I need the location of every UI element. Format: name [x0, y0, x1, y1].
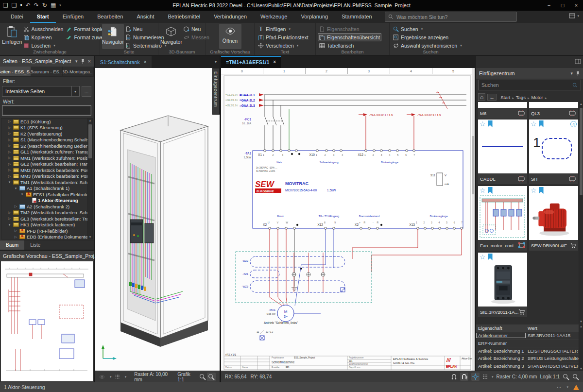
- zoom-window-icon[interactable]: [572, 374, 579, 380]
- card-fan-motor[interactable]: Fan_motor_cont...: [478, 240, 527, 251]
- pages-panel-tab[interactable]: Seiten - ESS_S...: [0, 67, 31, 76]
- search-button[interactable]: Suchen▾: [392, 25, 463, 33]
- status-dots-icon[interactable]: ▪ ▪: [557, 385, 561, 390]
- close-button[interactable]: ×: [569, 0, 583, 11]
- tab-close-icon[interactable]: ×: [273, 59, 276, 65]
- expand-arrow-icon[interactable]: [7, 168, 12, 172]
- tree-item[interactable]: EC1 (Kühlung): [1, 119, 92, 125]
- new-page-icon[interactable]: ❏: [3, 0, 8, 11]
- back-icon[interactable]: ←: [487, 94, 497, 101]
- tree-item[interactable]: MM3 (Werkstück bearbeiten: Posit...: [1, 173, 92, 180]
- scrollbar-thumb[interactable]: [88, 124, 92, 158]
- path-function-text-button[interactable]: |T| Pfad-Funktionstext: [257, 33, 310, 41]
- tree-item[interactable]: 1 Aktor-Steuerung: [1, 198, 92, 204]
- properties-scrollbar[interactable]: ▲ ▼: [579, 324, 583, 371]
- preview-panel-header[interactable]: Grafische Vorschau - ESS_Sample_Proj... …: [0, 251, 94, 261]
- scroll-down-icon[interactable]: ▼: [579, 320, 583, 323]
- tree-item[interactable]: PFB (RI-Fließbilder): [1, 228, 92, 234]
- card-sh[interactable]: SH: [529, 173, 578, 184]
- pages-panel-tab[interactable]: 3D-Montagea...: [63, 67, 94, 76]
- panel-options-icon[interactable]: [575, 58, 581, 65]
- expand-arrow-icon[interactable]: [7, 223, 12, 227]
- property-row[interactable]: Artikel: Bezeichnung 3 STANDARDSCHALTVER…: [476, 362, 579, 370]
- property-row[interactable]: ERP-Nummer: [476, 340, 579, 347]
- expand-arrow-icon[interactable]: [7, 217, 12, 221]
- tree-item[interactable]: GL2 (Werkstück bearbeiten: Trans...: [1, 161, 92, 168]
- ribbon-tab[interactable]: Vorplanung: [294, 11, 335, 23]
- zoom-window-icon[interactable]: [208, 374, 215, 380]
- favorite-star-icon[interactable]: ☆: [480, 253, 486, 261]
- home-icon[interactable]: ⌂: [478, 93, 485, 101]
- expand-arrow-icon[interactable]: [14, 235, 18, 239]
- sync-selection-button[interactable]: Auswahl synchronisieren▾: [392, 41, 463, 50]
- expand-arrow-icon[interactable]: [7, 162, 12, 166]
- tree-item[interactable]: TM1 (Werkstück bearbeiten: Schle...: [1, 179, 92, 186]
- pages-panel-header[interactable]: Seiten - ESS_Sample_Project ▾ ×: [0, 56, 94, 67]
- scrollbar-thumb[interactable]: [580, 108, 583, 195]
- tell-me-input[interactable]: [396, 14, 508, 20]
- property-row[interactable]: Artikel: Bezeichnung 2 SIRIUS Leistungss…: [476, 355, 579, 362]
- copy-page-icon[interactable]: ❏: [12, 0, 17, 11]
- restore-button[interactable]: □: [556, 0, 569, 11]
- properties-overview-button[interactable]: Eigenschaftenübersicht: [318, 33, 381, 41]
- redo-icon[interactable]: ↷: [34, 0, 39, 11]
- ribbon-tab[interactable]: Verbindungen: [207, 11, 254, 23]
- bookmark-icon[interactable]: [488, 254, 493, 260]
- insert-center-side-tab[interactable]: Einfügezentrum: [212, 68, 220, 115]
- expand-arrow-icon[interactable]: [7, 156, 12, 160]
- visibility-caret-icon[interactable]: ▾: [110, 375, 112, 379]
- space3d-navigator-button[interactable]: Navigator: [160, 24, 182, 49]
- qat-options-caret-icon[interactable]: ▾: [59, 0, 61, 11]
- tree-item[interactable]: EDB (Erläuternde Dokumente): [1, 234, 92, 240]
- tab-schematic-page[interactable]: =TM1+A1&EFS1/1×: [221, 56, 281, 68]
- pin-icon[interactable]: [576, 71, 580, 76]
- value-input[interactable]: [2, 105, 91, 116]
- scroll-down-icon[interactable]: ▼: [579, 367, 583, 370]
- breadcrumb-item[interactable]: Tags: [516, 95, 532, 100]
- card-thumb-m6[interactable]: [478, 102, 527, 108]
- panel-dropdown-icon[interactable]: ▾: [75, 59, 78, 64]
- page-navigator-button[interactable]: Navigator: [102, 24, 124, 49]
- expand-arrow-icon[interactable]: [14, 187, 18, 190]
- favorite-star-icon[interactable]: ☆: [480, 120, 486, 128]
- card-thumb-ql3[interactable]: [529, 102, 578, 108]
- tree-item[interactable]: HK1 (Werkstück lackieren): [1, 222, 92, 228]
- favorite-star-icon[interactable]: ☆: [480, 187, 486, 194]
- bookmark-icon[interactable]: [488, 187, 493, 194]
- insert-center-header[interactable]: Einfügezentrum ▾: [476, 68, 583, 79]
- card-cabdl[interactable]: CABDL: [478, 173, 527, 184]
- ribbon-tab[interactable]: Einfügen: [56, 11, 90, 23]
- expand-arrow-icon[interactable]: [20, 192, 24, 196]
- pin-icon[interactable]: [81, 59, 85, 64]
- close-project-icon[interactable]: ▦: [51, 0, 56, 11]
- expand-arrow-icon[interactable]: [7, 180, 12, 184]
- tree-item[interactable]: A2 (Schaltschrank 2): [1, 204, 92, 210]
- scroll-up-icon[interactable]: ▲: [88, 119, 92, 122]
- text-insert-button[interactable]: T Einfügen▾: [257, 25, 310, 33]
- bookmark-icon[interactable]: [539, 187, 544, 194]
- panel-dropdown-icon[interactable]: ▾: [570, 71, 573, 76]
- ribbon-tab[interactable]: Ansicht: [130, 11, 161, 23]
- card-thumb-fan-motor[interactable]: ☆: [478, 186, 527, 240]
- tree-item[interactable]: GL1 (Werkstück zuführen: Transpo...: [1, 149, 92, 155]
- preview-canvas[interactable]: [1, 261, 93, 381]
- scroll-up-icon[interactable]: ▲: [579, 325, 583, 328]
- ribbon-tab[interactable]: Datei: [4, 11, 30, 23]
- expand-arrow-icon[interactable]: [7, 119, 12, 123]
- tab-close-icon[interactable]: ×: [144, 59, 147, 65]
- expand-arrow-icon[interactable]: [14, 205, 18, 208]
- tree-item[interactable]: K1 (SPS-Steuerung): [1, 125, 92, 131]
- insert-center-search-input[interactable]: [481, 82, 569, 88]
- insert-center-search[interactable]: [478, 80, 581, 90]
- scroll-up-icon[interactable]: ▲: [579, 102, 583, 105]
- panel-close-icon[interactable]: ×: [88, 58, 91, 64]
- tree-item[interactable]: S1 (Maschinenbedienung Schalts...: [1, 137, 92, 143]
- ribbon-tab[interactable]: Betriebsmittel: [161, 11, 207, 23]
- favorite-star-icon[interactable]: ☆: [531, 120, 537, 128]
- expand-arrow-icon[interactable]: [7, 144, 12, 148]
- bookmark-icon[interactable]: [539, 120, 544, 127]
- show-results-button[interactable]: Ergebnisse anzeigen: [392, 33, 463, 41]
- expand-arrow-icon[interactable]: [7, 211, 12, 215]
- property-row[interactable]: Artikelnummer SIE.3RV2011-1AA15: [476, 332, 579, 340]
- delete-button[interactable]: Löschen▾: [22, 41, 65, 50]
